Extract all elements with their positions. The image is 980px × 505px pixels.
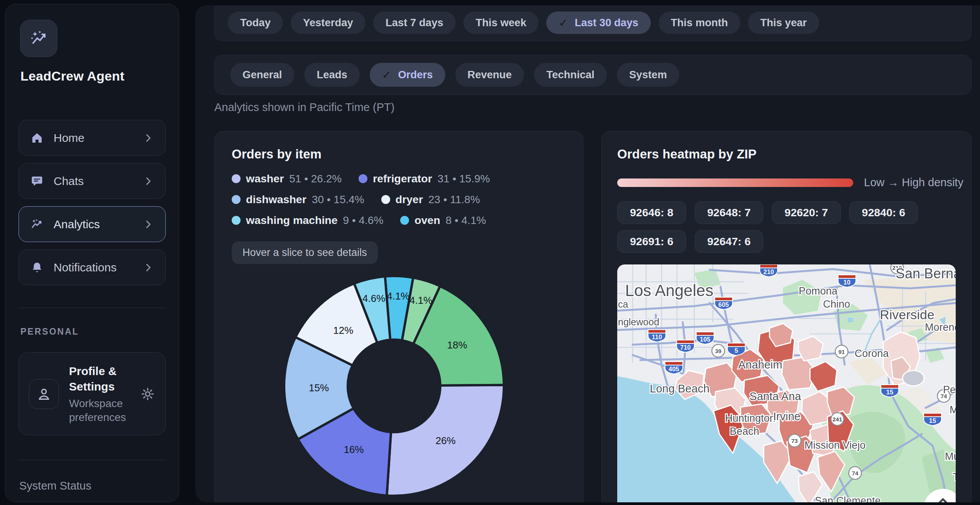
person-icon bbox=[36, 386, 52, 402]
profile-title: Profile & Settings bbox=[69, 364, 140, 394]
zip-chip-92648[interactable]: 92648: 7 bbox=[695, 201, 764, 224]
zip-chip-92647[interactable]: 92647: 6 bbox=[695, 230, 764, 253]
map-city-label-beach: Beach bbox=[730, 426, 759, 437]
chevron-right-icon bbox=[142, 262, 154, 273]
chevron-right-icon bbox=[142, 219, 154, 230]
category-pill-orders[interactable]: ✓Orders bbox=[370, 63, 445, 87]
donut-slice-label: 26% bbox=[436, 435, 456, 446]
map-city-label-moreno-v: Moreno V bbox=[925, 322, 956, 333]
legend-item-washer: washer51 • 26.2% bbox=[232, 172, 342, 185]
interstate-shield-5: 5 bbox=[727, 343, 745, 355]
sidebar-item-home[interactable]: Home bbox=[19, 120, 166, 156]
gear-icon[interactable] bbox=[140, 386, 155, 402]
legend-name: oven bbox=[414, 214, 440, 227]
legend-color-dot bbox=[381, 195, 390, 204]
legend-value: 30 • 15.4% bbox=[312, 194, 364, 206]
map-city-label-t: T bbox=[953, 471, 956, 483]
sidebar-item-analytics[interactable]: Analytics bbox=[19, 206, 166, 242]
pill-label: Last 30 days bbox=[575, 17, 638, 29]
time-pill-today[interactable]: Today bbox=[228, 12, 283, 34]
zip-chip-92646[interactable]: 92646: 8 bbox=[617, 201, 686, 224]
legend-name: dishwasher bbox=[246, 193, 306, 206]
map-city-label-riverside: Riverside bbox=[880, 307, 935, 322]
map-city-label-pomona: Pomona bbox=[799, 285, 838, 297]
svg-text:210: 210 bbox=[763, 268, 774, 275]
svg-text:5: 5 bbox=[734, 347, 738, 354]
legend-name: refrigerator bbox=[373, 172, 432, 185]
svg-text:105: 105 bbox=[700, 336, 711, 343]
sidebar-item-notifications[interactable]: Notifications bbox=[19, 249, 166, 285]
svg-text:74: 74 bbox=[852, 470, 859, 476]
map-city-label-nglewood: nglewood bbox=[618, 316, 659, 327]
map-city-label-santa-ana: Santa Ana bbox=[749, 390, 802, 402]
legend-value: 23 • 11.8% bbox=[428, 194, 480, 206]
route-shield-91: 91 bbox=[835, 345, 848, 358]
main-panel: TodayYesterdayLast 7 daysThis week✓Last … bbox=[195, 5, 980, 502]
zip-chip-92691[interactable]: 92691: 6 bbox=[617, 230, 686, 253]
donut-slice-label: 15% bbox=[309, 382, 329, 394]
check-icon: ✓ bbox=[559, 17, 567, 29]
chevron-right-icon bbox=[142, 132, 154, 144]
map-city-label-corona: Corona bbox=[855, 348, 889, 359]
time-pill-last-30-days[interactable]: ✓Last 30 days bbox=[546, 12, 651, 34]
donut-slice-label: 4.6% bbox=[362, 293, 385, 304]
sidebar-divider bbox=[19, 308, 166, 308]
time-pill-last-7-days[interactable]: Last 7 days bbox=[373, 12, 456, 34]
map-city-label-los-angeles: Los Angeles bbox=[625, 281, 714, 300]
svg-text:241: 241 bbox=[832, 416, 842, 423]
interstate-shield-110: 110 bbox=[648, 330, 666, 342]
donut-slice-label: 4.1% bbox=[409, 295, 432, 306]
zip-chip-92620[interactable]: 92620: 7 bbox=[772, 201, 841, 224]
category-pill-system[interactable]: System bbox=[617, 63, 679, 87]
density-gradient-label: Low → High density bbox=[864, 176, 963, 189]
category-pill-revenue[interactable]: Revenue bbox=[455, 63, 524, 87]
svg-text:39: 39 bbox=[715, 348, 722, 354]
category-pill-general[interactable]: General bbox=[230, 63, 294, 87]
legend-name: washing machine bbox=[246, 214, 338, 227]
time-pill-this-year[interactable]: This year bbox=[748, 12, 819, 34]
svg-text:91: 91 bbox=[839, 348, 845, 355]
svg-text:710: 710 bbox=[680, 344, 691, 351]
zip-chip-92840[interactable]: 92840: 6 bbox=[849, 201, 918, 224]
category-pill-technical[interactable]: Technical bbox=[534, 63, 607, 87]
category-pill-leads[interactable]: Leads bbox=[304, 63, 359, 87]
zip-heatmap-map[interactable]: 2109139241737474 21010605110105710405515… bbox=[617, 264, 956, 502]
system-status-link[interactable]: System Status bbox=[19, 480, 166, 492]
legend-name: dryer bbox=[396, 193, 423, 206]
legend-item-washing-machine: washing machine9 • 4.6% bbox=[232, 214, 383, 227]
sidebar-item-chats[interactable]: Chats bbox=[19, 163, 166, 199]
time-pill-this-month[interactable]: This month bbox=[658, 12, 740, 34]
sparkline-logo-icon bbox=[29, 29, 49, 49]
sidebar-item-label: Notifications bbox=[54, 261, 116, 274]
orders-by-item-card: Orders by item washer51 • 26.2%refrigera… bbox=[214, 131, 583, 502]
map-city-label-ca: ca bbox=[618, 299, 628, 310]
chevron-right-icon bbox=[142, 175, 154, 187]
interstate-shield-15: 15 bbox=[881, 385, 899, 397]
donut-legend: washer51 • 26.2%refrigerator31 • 15.9%di… bbox=[232, 172, 536, 227]
map-city-label-me: Me bbox=[950, 404, 956, 416]
legend-name: washer bbox=[246, 172, 284, 185]
svg-text:15: 15 bbox=[886, 389, 893, 396]
time-pill-this-week[interactable]: This week bbox=[463, 12, 539, 34]
category-filter-row: GeneralLeads✓OrdersRevenueTechnicalSyste… bbox=[214, 55, 972, 95]
map-city-label-murr: Murr bbox=[945, 451, 956, 462]
svg-text:10: 10 bbox=[844, 279, 850, 286]
time-pill-yesterday[interactable]: Yesterday bbox=[291, 12, 365, 34]
pill-label: This year bbox=[760, 17, 807, 29]
check-icon: ✓ bbox=[382, 69, 391, 81]
route-shield-241: 241 bbox=[831, 413, 844, 426]
route-shield-39: 39 bbox=[712, 345, 725, 357]
map-city-label-perr: Perr bbox=[943, 384, 956, 396]
sidebar-item-profile-settings[interactable]: Profile & Settings Workspace preferences bbox=[19, 352, 166, 435]
timezone-note: Analytics shown in Pacific Time (PT) bbox=[214, 101, 394, 114]
legend-value: 8 • 4.1% bbox=[446, 214, 486, 227]
legend-value: 51 • 26.2% bbox=[289, 173, 342, 185]
sidebar-section-label: PERSONAL bbox=[20, 327, 166, 337]
map-city-label-huntington: Huntington bbox=[725, 412, 776, 424]
map-city-label-irvine: Irvine bbox=[773, 410, 801, 423]
orders-donut-chart[interactable]: 4.1%4.1%18%26%16%15%12%4.6% bbox=[278, 270, 510, 502]
sidebar-item-label: Chats bbox=[54, 175, 84, 188]
pill-label: General bbox=[242, 69, 282, 81]
map-city-label-long-beach: Long Beach bbox=[650, 382, 710, 395]
legend-color-dot bbox=[232, 216, 241, 225]
